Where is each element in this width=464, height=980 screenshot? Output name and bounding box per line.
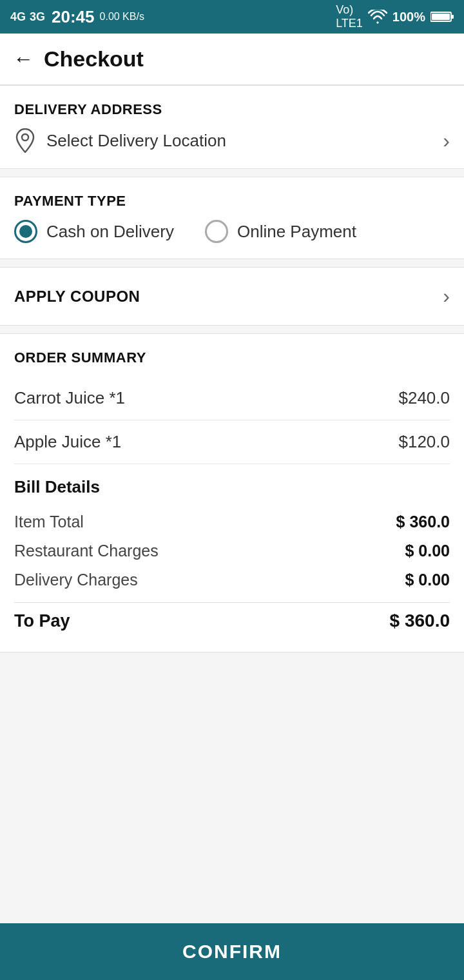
status-right: Vo)LTE1 100%: [336, 3, 454, 30]
online-label: Online Payment: [237, 222, 356, 242]
delivery-charges-value: $ 0.00: [405, 571, 450, 589]
wifi-icon: [368, 10, 387, 24]
delivery-location-row[interactable]: Select Delivery Location ›: [14, 128, 450, 153]
battery-icon: [430, 11, 454, 23]
svg-point-3: [22, 134, 28, 141]
item-total-label: Item Total: [14, 513, 84, 531]
restaurant-charges-value: $ 0.00: [405, 542, 450, 560]
online-payment-option[interactable]: Online Payment: [205, 220, 356, 243]
online-radio-outer[interactable]: [205, 220, 228, 243]
svg-rect-2: [451, 15, 454, 19]
payment-type-label: PAYMENT TYPE: [14, 193, 450, 210]
volte-icon: Vo)LTE1: [336, 3, 363, 30]
svg-rect-1: [432, 14, 450, 20]
cod-radio-outer[interactable]: [14, 220, 37, 243]
back-button[interactable]: ←: [13, 47, 34, 71]
status-left: 4G 3G 20:45 0.00 KB/s: [10, 7, 144, 27]
to-pay-value: $ 360.0: [390, 611, 450, 631]
to-pay-label: To Pay: [14, 611, 70, 631]
item-2-name: Apple Juice *1: [14, 432, 121, 452]
status-bar: 4G 3G 20:45 0.00 KB/s Vo)LTE1 100%: [0, 0, 464, 34]
delivery-charges-label: Delivery Charges: [14, 571, 138, 589]
bill-row-item-total: Item Total $ 360.0: [14, 507, 450, 536]
delivery-address-section: DELIVERY ADDRESS Select Delivery Locatio…: [0, 85, 464, 169]
delivery-chevron-icon[interactable]: ›: [443, 129, 450, 153]
time-display: 20:45: [52, 7, 95, 27]
delivery-address-label: DELIVERY ADDRESS: [14, 101, 450, 118]
coupon-chevron-icon[interactable]: ›: [443, 284, 450, 308]
order-item-row: Carrot Juice *1 $240.0: [14, 377, 450, 420]
cod-radio-inner: [19, 225, 32, 238]
order-summary-section: ORDER SUMMARY Carrot Juice *1 $240.0 App…: [0, 333, 464, 652]
cod-label: Cash on Delivery: [46, 222, 174, 242]
bill-details-title: Bill Details: [14, 477, 450, 497]
speed-display: 0.00 KB/s: [100, 11, 144, 23]
item-total-value: $ 360.0: [396, 513, 450, 531]
battery-text: 100%: [392, 10, 425, 24]
bottom-spacer: [0, 660, 464, 725]
item-2-price: $120.0: [398, 432, 450, 452]
delivery-location-left: Select Delivery Location: [14, 128, 226, 153]
confirm-button[interactable]: CONFIRM: [0, 923, 464, 980]
page-title: Checkout: [44, 46, 144, 72]
order-summary-label: ORDER SUMMARY: [14, 349, 450, 366]
bill-row-delivery-charges: Delivery Charges $ 0.00: [14, 565, 450, 594]
order-item-row: Apple Juice *1 $120.0: [14, 420, 450, 464]
payment-options: Cash on Delivery Online Payment: [14, 220, 450, 243]
restaurant-charges-label: Restaurant Charges: [14, 542, 159, 560]
item-1-name: Carrot Juice *1: [14, 388, 125, 408]
bill-row-to-pay: To Pay $ 360.0: [14, 602, 450, 636]
cash-on-delivery-option[interactable]: Cash on Delivery: [14, 220, 174, 243]
confirm-label: CONFIRM: [182, 941, 282, 963]
apply-coupon-section[interactable]: APPLY COUPON ›: [0, 267, 464, 326]
payment-type-section: PAYMENT TYPE Cash on Delivery Online Pay…: [0, 177, 464, 259]
location-pin-icon: [14, 128, 36, 153]
header: ← Checkout: [0, 34, 464, 85]
item-1-price: $240.0: [398, 388, 450, 408]
network-indicator: 4G: [10, 10, 26, 24]
bill-row-restaurant-charges: Restaurant Charges $ 0.00: [14, 536, 450, 565]
delivery-location-text: Select Delivery Location: [46, 131, 226, 151]
coupon-label: APPLY COUPON: [14, 288, 140, 306]
network-indicator-2: 3G: [30, 10, 45, 24]
